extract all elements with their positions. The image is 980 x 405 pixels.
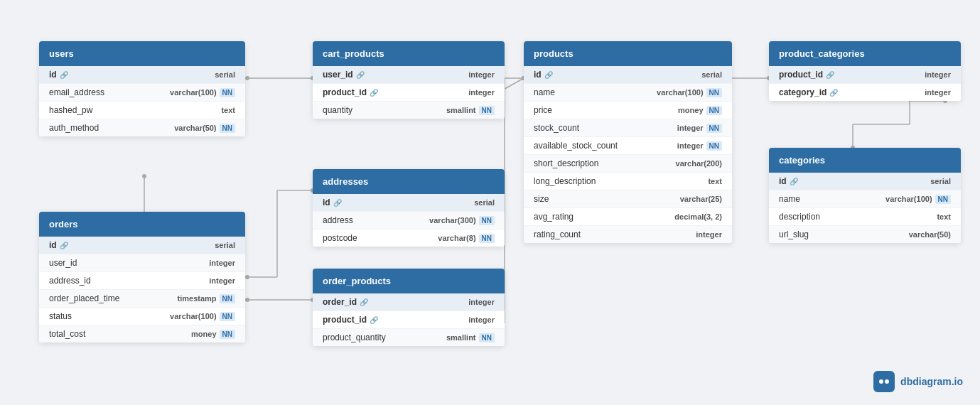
col-name: address_id <box>49 276 91 286</box>
table-row: order_id 🔗 integer <box>313 293 505 311</box>
table-header-users: users <box>39 41 245 66</box>
table-row: rating_count integer <box>524 226 732 243</box>
table-row: url_slug varchar(50) <box>769 226 961 243</box>
table-row: auth_method varchar(50) NN <box>39 119 245 136</box>
col-name: user_id 🔗 <box>323 70 365 80</box>
svg-point-33 <box>885 379 889 384</box>
table-addresses: addresses id 🔗 serial address varchar(30… <box>313 169 505 247</box>
table-row: order_placed_time timestamp NN <box>39 290 245 308</box>
col-name: auth_method <box>49 123 99 133</box>
table-row: id 🔗 serial <box>313 194 505 212</box>
brand-icon <box>873 371 895 392</box>
col-type: text <box>937 212 951 221</box>
col-type: decimal(3, 2) <box>674 212 722 221</box>
table-row: id 🔗 serial <box>39 237 245 254</box>
col-type: varchar(50) <box>909 230 951 239</box>
table-row: user_id 🔗 integer <box>313 66 505 84</box>
col-name: user_id <box>49 258 77 268</box>
col-name: id 🔗 <box>779 176 798 186</box>
col-name: id 🔗 <box>49 240 68 250</box>
key-icon: 🔗 <box>60 71 68 79</box>
table-row: hashed_pw text <box>39 102 245 119</box>
table-header-orders: orders <box>39 212 245 237</box>
table-row: short_description varchar(200) <box>524 155 732 173</box>
key-icon: 🔗 <box>826 71 834 79</box>
col-name: long_description <box>534 176 596 186</box>
table-cart-products: cart_products user_id 🔗 integer product_… <box>313 41 505 119</box>
table-row: available_stock_count integer NN <box>524 137 732 155</box>
col-type: varchar(25) <box>680 195 722 203</box>
col-type: smallint NN <box>446 106 495 115</box>
col-type: serial <box>215 70 235 79</box>
table-row: stock_count integer NN <box>524 119 732 137</box>
table-row: product_id 🔗 integer <box>769 66 961 84</box>
nn-badge: NN <box>479 216 495 225</box>
nn-badge: NN <box>706 124 722 133</box>
table-order-products: order_products order_id 🔗 integer produc… <box>313 269 505 346</box>
col-name: url_slug <box>779 230 809 239</box>
table-row: user_id integer <box>39 254 245 272</box>
svg-point-1 <box>245 76 249 80</box>
key-icon: 🔗 <box>333 199 342 207</box>
col-type: integer <box>468 315 495 324</box>
col-type: integer NN <box>677 141 722 151</box>
nn-badge: NN <box>706 141 722 151</box>
table-row: long_description text <box>524 173 732 190</box>
col-type: text <box>221 106 235 114</box>
nn-badge: NN <box>479 333 495 342</box>
col-type: varchar(100) NN <box>170 88 235 97</box>
col-type: smallint NN <box>446 333 495 342</box>
col-name: address <box>323 215 353 225</box>
col-name: product_id 🔗 <box>323 87 378 97</box>
table-row: name varchar(100) NN <box>769 190 961 208</box>
table-header-categories: categories <box>769 148 961 173</box>
table-categories: categories id 🔗 serial name varchar(100)… <box>769 148 961 243</box>
col-name: order_placed_time <box>49 293 119 303</box>
table-row: email_address varchar(100) NN <box>39 84 245 102</box>
table-row: postcode varchar(8) NN <box>313 230 505 247</box>
table-header-product-categories: product_categories <box>769 41 961 66</box>
col-type: integer <box>209 276 235 285</box>
key-icon: 🔗 <box>370 89 378 97</box>
key-icon: 🔗 <box>360 298 368 306</box>
table-row: product_id 🔗 integer <box>313 311 505 329</box>
table-row: size varchar(25) <box>524 190 732 208</box>
nn-badge: NN <box>220 294 235 303</box>
nn-badge: NN <box>935 195 951 204</box>
col-name: description <box>779 212 820 222</box>
col-type: money NN <box>191 330 235 339</box>
table-row: category_id 🔗 integer <box>769 84 961 101</box>
col-type: integer <box>468 88 495 97</box>
table-products: products id 🔗 serial name varchar(100) N… <box>524 41 732 243</box>
svg-point-13 <box>245 298 249 302</box>
svg-point-4 <box>142 174 146 178</box>
table-header-cart-products: cart_products <box>313 41 505 66</box>
col-name: name <box>779 194 800 204</box>
table-row: address_id integer <box>39 272 245 290</box>
nn-badge: NN <box>479 106 495 115</box>
table-row: description text <box>769 208 961 226</box>
col-name: name <box>534 87 555 97</box>
col-type: integer <box>925 88 951 97</box>
col-name: available_stock_count <box>534 141 618 151</box>
key-icon: 🔗 <box>790 178 798 185</box>
table-row: name varchar(100) NN <box>524 84 732 102</box>
col-type: timestamp NN <box>178 294 235 303</box>
table-header-products: products <box>524 41 732 66</box>
col-name: product_id 🔗 <box>323 315 378 325</box>
svg-point-9 <box>245 275 249 279</box>
table-row: id 🔗 serial <box>769 173 961 190</box>
col-type: varchar(100) NN <box>170 312 235 321</box>
col-name: status <box>49 311 72 321</box>
table-users: users id 🔗 serial email_address varchar(… <box>39 41 245 136</box>
col-name: hashed_pw <box>49 105 92 115</box>
col-name: stock_count <box>534 123 579 133</box>
table-orders: orders id 🔗 serial user_id integer addre… <box>39 212 245 342</box>
table-row: address varchar(300) NN <box>313 212 505 230</box>
col-type: varchar(100) NN <box>657 88 722 97</box>
table-row: product_quantity smallint NN <box>313 329 505 346</box>
table-row: total_cost money NN <box>39 325 245 342</box>
col-name: id 🔗 <box>534 70 553 80</box>
table-row: quantity smallint NN <box>313 102 505 119</box>
col-name: product_quantity <box>323 333 386 342</box>
